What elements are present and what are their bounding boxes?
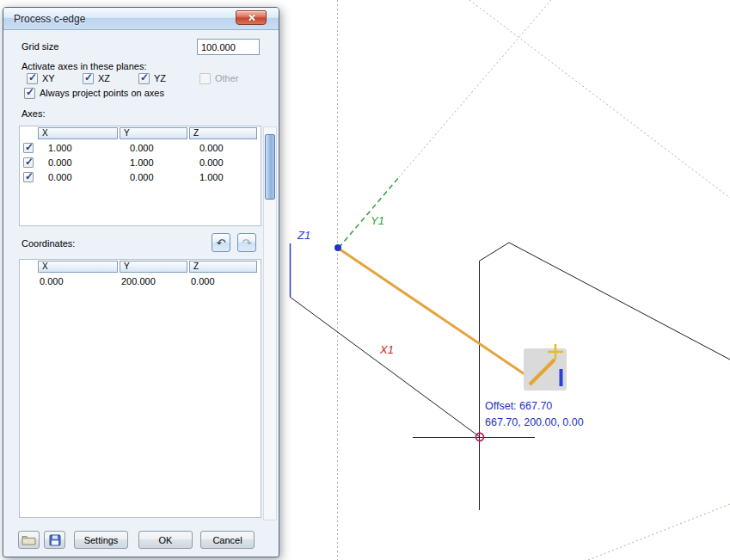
axes-header-y[interactable]: Y (120, 127, 187, 139)
folder-icon (21, 534, 36, 545)
check-icon: ✓ (26, 86, 34, 98)
plane-group-xy: ✓XY (27, 72, 55, 84)
edge-top-short (480, 243, 509, 261)
axis-row-checkbox[interactable]: ✓ (23, 157, 34, 168)
axes-cell-x: 1.000 (37, 143, 119, 153)
grid-size-input[interactable] (197, 39, 260, 55)
dialog-title: Process c-edge (14, 13, 85, 25)
dialog-scrollbar[interactable] (263, 126, 277, 520)
coordinates-section-label: Coordinates: (21, 238, 75, 249)
check-icon: ✓ (28, 71, 37, 83)
coordinates-header-z[interactable]: Z (189, 261, 257, 273)
guide-lines (338, 0, 730, 560)
check-icon: ✓ (25, 156, 34, 168)
edge-tool-cursor (524, 344, 567, 391)
coordinates-header-y[interactable]: Y (120, 261, 187, 273)
edge-x1-direction (290, 297, 480, 437)
plane-group-xz: ✓XZ (83, 72, 110, 84)
check-icon: ✓ (84, 71, 93, 83)
axes-header-spacer (21, 127, 38, 139)
check-icon: ✓ (140, 71, 149, 83)
plane-group-other: Other (199, 72, 239, 84)
xz-checkbox[interactable]: ✓ (83, 73, 94, 84)
redo-button[interactable]: ↷ (237, 233, 256, 252)
xy-checkbox-label: XY (42, 73, 55, 83)
model-edges (290, 243, 730, 510)
other-checkbox-label: Other (215, 73, 239, 83)
axes-table: X Y Z ✓ 1.000 0.000 0.000 ✓ 0.000 1.000 … (19, 126, 261, 226)
axes-row[interactable]: ✓ 0.000 1.000 0.000 (20, 155, 261, 169)
axes-cell-y: 0.000 (119, 172, 188, 182)
coordinate-cell-x: 0.000 (37, 276, 119, 286)
axes-cell-z: 0.000 (188, 157, 256, 168)
diagonal-guide-line-right (469, 0, 730, 198)
close-button[interactable] (236, 10, 267, 25)
offset-readout-line2: 667.70, 200.00, 0.00 (485, 416, 584, 428)
coordinates-header-spacer (21, 261, 38, 273)
grid-size-label: Grid size (21, 41, 58, 52)
coordinate-cell-y: 200.000 (119, 276, 188, 286)
process-c-edge-dialog: Process c-edge Grid size Activate axes i… (3, 7, 279, 557)
axes-row[interactable]: ✓ 1.000 0.000 0.000 (20, 140, 261, 155)
axis-row-checkbox[interactable]: ✓ (23, 172, 34, 182)
edge-top-long (509, 243, 730, 360)
diagonal-guide-line-bottom (588, 504, 730, 560)
axes-cell-y: 0.000 (119, 143, 188, 153)
xy-checkbox[interactable]: ✓ (27, 73, 38, 84)
axis-row-checkbox[interactable]: ✓ (23, 143, 34, 153)
axes-section-label: Axes: (21, 108, 46, 119)
x-axis-label: X1 (379, 343, 394, 356)
close-icon (248, 14, 255, 22)
z-axis-label: Z1 (297, 229, 310, 242)
ok-button[interactable]: OK (138, 531, 193, 549)
coordinates-table: X Y Z 0.000 200.000 0.000 (19, 259, 261, 518)
start-point-marker (334, 244, 341, 251)
check-icon: ✓ (25, 170, 34, 182)
settings-button[interactable]: Settings (74, 531, 128, 549)
save-disk-icon (49, 534, 61, 546)
scrollbar-thumb[interactable] (265, 134, 275, 200)
dialog-titlebar[interactable]: Process c-edge (3, 8, 279, 30)
axes-header-x[interactable]: X (38, 127, 118, 139)
yz-checkbox-label: YZ (154, 73, 166, 83)
open-button[interactable] (18, 531, 40, 549)
edge-preview-line (339, 249, 527, 376)
plane-group-yz: ✓YZ (138, 72, 166, 84)
axes-cell-y: 1.000 (119, 157, 188, 168)
axes-header-z[interactable]: Z (189, 127, 257, 139)
axes-cell-z: 0.000 (188, 143, 256, 153)
cancel-button[interactable]: Cancel (200, 531, 255, 549)
dialog-body: Grid size Activate axes in these planes:… (3, 30, 279, 557)
project-points-checkbox[interactable]: ✓ (24, 88, 35, 99)
axes-row[interactable]: ✓ 0.000 0.000 1.000 (20, 169, 261, 184)
coordinates-table-header: X Y Z (20, 260, 261, 274)
undo-button[interactable]: ↶ (212, 233, 230, 252)
planes-label: Activate axes in these planes: (21, 61, 147, 71)
coordinates-header-x[interactable]: X (38, 261, 118, 273)
save-button[interactable] (44, 531, 65, 549)
project-points-group: ✓Always project points on axes (24, 87, 164, 99)
undo-icon: ↶ (217, 237, 226, 249)
diagonal-guide-line-left (399, 0, 551, 177)
y-axis-dashed-line (339, 177, 399, 248)
axes-table-header: X Y Z (20, 126, 261, 140)
axes-cell-x: 0.000 (37, 172, 119, 182)
y-axis-label: Y1 (371, 214, 384, 227)
redo-icon: ↷ (242, 237, 252, 249)
coordinate-row[interactable]: 0.000 200.000 0.000 (20, 274, 261, 288)
offset-readout-line1: Offset: 667.70 (485, 400, 552, 412)
xz-checkbox-label: XZ (98, 73, 110, 83)
axes-cell-z: 1.000 (188, 172, 256, 182)
check-icon: ✓ (25, 141, 34, 153)
other-checkbox (199, 73, 211, 84)
coordinate-cell-z: 0.000 (188, 276, 256, 286)
yz-checkbox[interactable]: ✓ (138, 73, 150, 84)
project-points-label: Always project points on axes (40, 88, 164, 98)
axes-cell-x: 0.000 (37, 157, 119, 168)
